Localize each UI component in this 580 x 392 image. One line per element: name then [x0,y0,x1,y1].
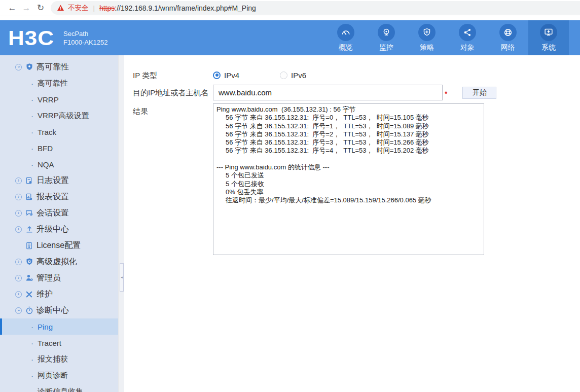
sidebar-group-upgrade-center[interactable]: › 升级中心 [0,221,118,237]
group-label: 报表设置 [37,192,69,202]
sidebar-group-administrator[interactable]: › 管理员 [0,270,118,286]
address-bar[interactable]: 不安全 | https://192.168.9.1/wnm/frame/inde… [51,1,580,15]
chevron-right-circle-icon[interactable]: › [15,177,22,184]
group-label: 日志设置 [37,175,69,186]
ipv6-label[interactable]: IPv6 [291,71,306,80]
sidebar-item-ping[interactable]: · Ping [0,318,118,335]
sidebar-group-session-settings[interactable]: › 会话设置 [0,205,118,221]
chevron-right-circle-icon[interactable]: › [15,291,22,298]
sidebar-group-report-settings[interactable]: › 报表设置 [0,189,118,205]
workspace: › 高可靠性 · 高可靠性 · VRRP · VRRP高级设置 · Track [0,55,580,392]
browser-reload-icon[interactable]: ↻ [33,3,48,13]
tab-label: 策略 [420,43,434,52]
item-label: NQA [38,160,54,169]
warning-triangle-icon [57,4,64,12]
chevron-right-circle-icon[interactable]: › [15,275,22,281]
sidebar-group-high-availability[interactable]: › 高可靠性 [0,59,118,75]
leaf-bullet-icon: · [31,144,33,153]
top-nav: 概览 监控 策略 对象 [325,20,569,55]
tab-objects[interactable]: 对象 [447,20,488,55]
sidebar-group-log-settings[interactable]: › 日志设置 [0,172,118,189]
group-label: 会话设置 [37,208,69,219]
tab-label: 概览 [339,43,353,52]
leaf-bullet-icon: · [31,323,33,331]
group-label: 升级中心 [37,224,69,235]
result-output-box[interactable]: Ping www.baidu.com (36.155.132.31) : 56 … [213,103,484,255]
sidebar: › 高可靠性 · 高可靠性 · VRRP · VRRP高级设置 · Track [0,55,118,392]
tab-policy[interactable]: 策略 [407,20,447,55]
sidebar-item-license-config[interactable]: License配置 [0,237,118,254]
url-text: https://192.168.9.1/wnm/frame/index.php#… [99,4,256,12]
sidebar-group-maintenance[interactable]: › 维护 [0,286,118,302]
tab-system[interactable]: 系统 [528,20,569,55]
sidebar-item-web-diagnosis[interactable]: · 网页诊断 [0,367,118,383]
product-name: SecPath F1000-AK1252 [63,29,107,47]
ipv4-label[interactable]: IPv4 [224,71,239,80]
h3c-logo: H3C [8,27,54,48]
system-icon [540,24,557,41]
destination-row: 目的IP地址或者主机名 * 开始 [124,85,580,100]
sidebar-scroll-strip[interactable]: ◂ [118,55,124,392]
virtualization-icon [25,258,33,266]
url-https: https [99,4,115,12]
chevron-down-circle-icon[interactable]: › [15,307,22,314]
result-label: 结果 [124,103,213,255]
chevron-right-circle-icon[interactable]: › [15,210,22,217]
network-globe-icon [499,24,517,41]
sidebar-group-advanced-virtualization[interactable]: › 高级虚拟化 [0,254,118,270]
sidebar-item-tracert[interactable]: · Tracert [0,335,118,351]
destination-label: 目的IP地址或者主机名 [124,85,213,100]
item-label: 网页诊断 [38,371,68,380]
sidebar-item-nqa[interactable]: · NQA [0,156,118,172]
url-rest: ://192.168.9.1/wnm/frame/index.php#M_Pin… [115,4,256,12]
sidebar-item-high-availability[interactable]: · 高可靠性 [0,75,118,91]
ipv6-radio[interactable] [280,72,287,79]
sidebar-item-bfd[interactable]: · BFD [0,140,118,156]
shield-icon [25,63,33,72]
tab-overview[interactable]: 概览 [325,20,366,55]
item-label: VRRP高级设置 [38,111,89,121]
browser-back-icon[interactable]: ← [5,3,19,13]
ip-type-label: IP 类型 [124,67,213,83]
log-settings-icon [25,176,33,185]
sidebar-group-diagnostic-center[interactable]: › 诊断中心 [0,302,118,318]
result-row: 结果 Ping www.baidu.com (36.155.132.31) : … [124,103,580,255]
browser-forward-icon[interactable]: → [19,3,33,13]
monitor-icon [378,24,395,41]
group-label: 诊断中心 [37,305,69,316]
maintenance-icon [25,290,33,299]
sidebar-item-vrrp-advanced[interactable]: · VRRP高级设置 [0,108,118,124]
leaf-bullet-icon: · [31,79,33,88]
product-line2: F1000-AK1252 [63,38,107,47]
leaf-bullet-icon: · [31,355,33,364]
tab-network[interactable]: 网络 [488,20,528,55]
sidebar-item-packet-capture[interactable]: · 报文捕获 [0,351,118,367]
chevron-right-circle-icon[interactable]: › [15,259,22,265]
product-line1: SecPath [63,29,107,38]
browser-toolbar: ← → ↻ 不安全 | https://192.168.9.1/wnm/fram… [0,0,580,16]
group-label: 管理员 [37,273,61,283]
item-label: 报文捕获 [38,354,68,364]
destination-input[interactable] [213,85,443,100]
tab-label: 网络 [501,43,515,52]
group-label: 维护 [37,289,53,300]
ip-type-radio-group: IPv4 IPv6 [213,67,306,83]
sidebar-item-diagnostic-info-collection[interactable]: · 诊断信息收集 [0,383,118,392]
chevron-right-circle-icon[interactable]: › [15,194,22,200]
main-content: IP 类型 IPv4 IPv6 目的IP地址或者主机名 * 开始 结果 Pin [124,55,580,392]
sidebar-item-vrrp[interactable]: · VRRP [0,91,118,108]
leaf-bullet-icon: · [31,160,33,169]
session-icon [25,209,33,218]
gauge-icon [337,24,354,41]
sidebar-item-track[interactable]: · Track [0,124,118,140]
item-label: Ping [38,323,53,331]
tab-monitor[interactable]: 监控 [366,20,407,55]
report-icon [25,193,33,201]
chevron-down-circle-icon[interactable]: › [15,64,22,70]
ipv4-radio[interactable] [213,72,221,79]
start-button[interactable]: 开始 [462,87,496,99]
tab-label: 监控 [379,43,393,52]
item-label: BFD [38,144,53,153]
sidebar-collapse-handle[interactable]: ◂ [120,263,124,292]
chevron-right-circle-icon[interactable]: › [15,226,22,233]
